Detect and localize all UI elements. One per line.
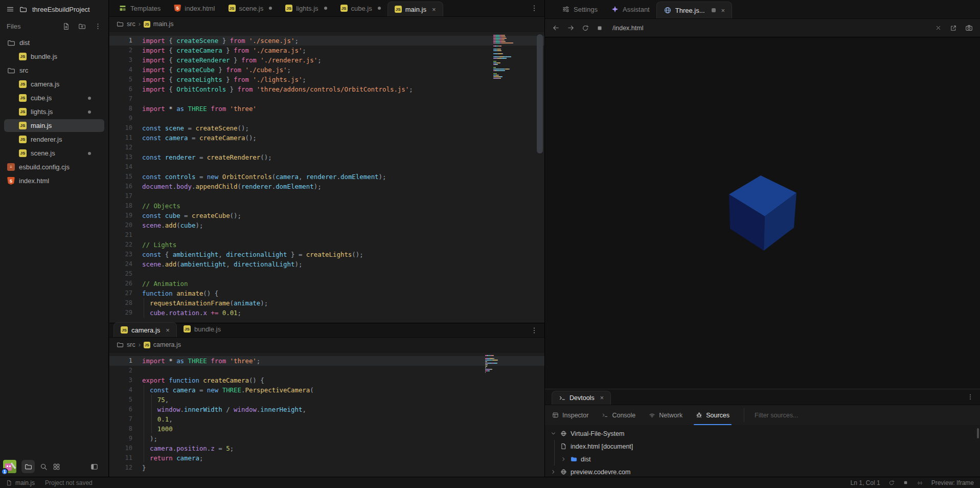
file-tree-item-scene-js[interactable]: JSscene.js bbox=[0, 146, 108, 160]
breadcrumb[interactable]: src › JS main.js bbox=[109, 17, 544, 32]
line-number[interactable]: 17 bbox=[109, 191, 132, 201]
project-panel-icon[interactable] bbox=[21, 460, 35, 473]
code-line[interactable]: 1import * as THREE from 'three'; bbox=[109, 356, 544, 366]
code-line[interactable]: 28 requestAnimationFrame(animate); bbox=[109, 298, 544, 308]
forward-icon[interactable] bbox=[567, 24, 575, 32]
file-tree-item-camera-js[interactable]: JScamera.js bbox=[0, 77, 108, 91]
close-icon[interactable]: × bbox=[432, 6, 436, 13]
line-number[interactable]: 22 bbox=[109, 240, 132, 250]
open-external-icon[interactable] bbox=[950, 24, 957, 32]
screenshot-icon[interactable] bbox=[965, 24, 973, 32]
line-number[interactable]: 4 bbox=[109, 65, 132, 75]
code-line[interactable]: 3export function createCamera() { bbox=[109, 375, 544, 385]
tab-lights-js[interactable]: JSlights.js bbox=[279, 0, 333, 16]
line-number[interactable]: 6 bbox=[109, 84, 132, 94]
file-tree-item-index-html[interactable]: 5index.html bbox=[0, 174, 108, 188]
code-line[interactable]: 2import { createCamera } from './camera.… bbox=[109, 46, 544, 55]
line-number[interactable]: 18 bbox=[109, 201, 132, 211]
line-number[interactable]: 16 bbox=[109, 182, 132, 191]
tab-settings[interactable]: Settings bbox=[555, 0, 604, 18]
line-number[interactable]: 9 bbox=[109, 434, 132, 443]
line-number[interactable]: 12 bbox=[109, 143, 132, 152]
code-line[interactable]: 5import { createLights } from './lights.… bbox=[109, 75, 544, 84]
code-line[interactable]: 5 75, bbox=[109, 395, 544, 405]
line-number[interactable]: 7 bbox=[109, 94, 132, 104]
code-line[interactable]: 2 bbox=[109, 366, 544, 375]
code-line[interactable]: 25 bbox=[109, 269, 544, 279]
code-line[interactable]: 4 const camera = new THREE.PerspectiveCa… bbox=[109, 385, 544, 395]
line-number[interactable]: 2 bbox=[109, 366, 132, 375]
tab-three-js-[interactable]: Three.js...× bbox=[656, 2, 732, 18]
tab-bar-menu-icon[interactable] bbox=[530, 4, 538, 12]
file-tree-item-esbuild-config-cjs[interactable]: ≡esbuild.config.cjs bbox=[0, 160, 108, 174]
code-line[interactable]: 26// Animation bbox=[109, 279, 544, 289]
code-line[interactable]: 6import { OrbitControls } from 'three/ad… bbox=[109, 84, 544, 94]
line-number[interactable]: 2 bbox=[109, 46, 132, 55]
code-line[interactable]: 24scene.add(ambientLight, directionalLig… bbox=[109, 259, 544, 269]
code-line[interactable]: 6 window.innerWidth / window.innerHeight… bbox=[109, 405, 544, 414]
line-number[interactable]: 29 bbox=[109, 308, 132, 318]
code-line[interactable]: 23const { ambientLight, directionalLight… bbox=[109, 250, 544, 259]
tab-cube-js[interactable]: JScube.js bbox=[334, 0, 388, 16]
line-number[interactable]: 12 bbox=[109, 463, 132, 473]
chevron-right-icon[interactable] bbox=[560, 456, 567, 462]
line-number[interactable]: 6 bbox=[109, 405, 132, 414]
close-icon[interactable]: × bbox=[166, 326, 170, 334]
line-number[interactable]: 13 bbox=[109, 152, 132, 162]
file-tree-item-bundle-js[interactable]: JSbundle.js bbox=[0, 50, 108, 63]
sources-tree-item-virtual-file-system[interactable]: Virtual-File-System bbox=[545, 427, 980, 440]
line-number[interactable]: 5 bbox=[109, 75, 132, 84]
chevron-down-icon[interactable] bbox=[550, 430, 557, 437]
code-line[interactable]: 17 bbox=[109, 191, 544, 201]
code-editor-camera[interactable]: 1import * as THREE from 'three';23export… bbox=[109, 352, 544, 477]
line-number[interactable]: 11 bbox=[109, 453, 132, 463]
line-number[interactable]: 23 bbox=[109, 250, 132, 259]
file-tree-item-lights-js[interactable]: JSlights.js bbox=[0, 105, 108, 119]
code-line[interactable]: 11const camera = createCamera(); bbox=[109, 133, 544, 143]
code-line[interactable]: 4import { createCube } from './cube.js'; bbox=[109, 65, 544, 75]
extensions-grid-icon[interactable] bbox=[53, 463, 60, 471]
devtools-tab-network[interactable]: Network bbox=[649, 405, 682, 425]
tab-camera-js[interactable]: JScamera.js× bbox=[113, 322, 177, 337]
line-number[interactable]: 9 bbox=[109, 114, 132, 123]
code-line[interactable]: 3import { createRenderer } from './rende… bbox=[109, 55, 544, 65]
tab-bar-menu-icon[interactable] bbox=[530, 326, 538, 335]
line-number[interactable]: 4 bbox=[109, 385, 132, 395]
code-line[interactable]: 1import { createScene } from './scene.js… bbox=[109, 36, 544, 46]
line-number[interactable]: 14 bbox=[109, 162, 132, 172]
code-line[interactable]: 29 cube.rotation.x += 0.01; bbox=[109, 308, 544, 318]
line-number[interactable]: 21 bbox=[109, 230, 132, 240]
devtools-tab-inspector[interactable]: Inspector bbox=[552, 405, 588, 425]
line-number[interactable]: 27 bbox=[109, 289, 132, 298]
code-editor-main[interactable]: 1import { createScene } from './scene.js… bbox=[109, 32, 544, 323]
code-line[interactable]: 16document.body.appendChild(renderer.dom… bbox=[109, 182, 544, 191]
code-line[interactable]: 15const controls = new OrbitControls(cam… bbox=[109, 172, 544, 182]
line-number[interactable]: 15 bbox=[109, 172, 132, 182]
cursor-position[interactable]: Ln 1, Col 1 bbox=[851, 479, 880, 486]
menu-icon[interactable] bbox=[6, 5, 14, 13]
line-number[interactable]: 26 bbox=[109, 279, 132, 289]
line-number[interactable]: 28 bbox=[109, 298, 132, 308]
new-folder-icon[interactable] bbox=[78, 23, 86, 30]
line-number[interactable]: 8 bbox=[109, 104, 132, 114]
browser-viewport[interactable] bbox=[545, 37, 980, 389]
tab-bundle-js[interactable]: JSbundle.js bbox=[177, 321, 227, 337]
chevron-right-icon[interactable] bbox=[550, 469, 557, 475]
line-number[interactable]: 5 bbox=[109, 395, 132, 405]
line-number[interactable]: 3 bbox=[109, 375, 132, 385]
code-line[interactable]: 19const cube = createCube(); bbox=[109, 211, 544, 220]
code-line[interactable]: 21 bbox=[109, 230, 544, 240]
close-icon[interactable]: × bbox=[600, 394, 604, 402]
line-number[interactable]: 11 bbox=[109, 133, 132, 143]
code-line[interactable]: 9 bbox=[109, 114, 544, 123]
code-line[interactable]: 9 ); bbox=[109, 434, 544, 443]
line-number[interactable]: 19 bbox=[109, 211, 132, 220]
minimap[interactable] bbox=[493, 35, 525, 79]
code-line[interactable]: 10const scene = createScene(); bbox=[109, 123, 544, 133]
code-line[interactable]: 11 return camera; bbox=[109, 453, 544, 463]
devtools-tab-console[interactable]: Console bbox=[602, 405, 635, 425]
files-menu-icon[interactable] bbox=[94, 23, 102, 30]
reload-icon[interactable] bbox=[582, 25, 589, 32]
broadcast-icon[interactable] bbox=[917, 479, 923, 486]
new-file-icon[interactable] bbox=[62, 23, 70, 30]
